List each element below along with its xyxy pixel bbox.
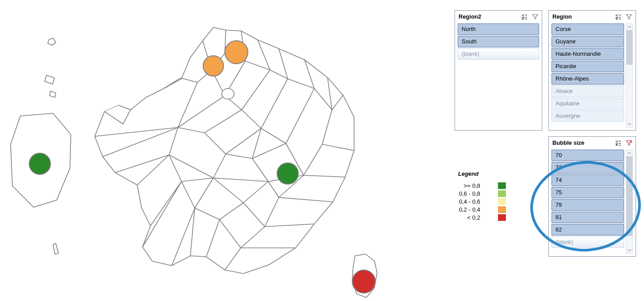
slicer-header: Region2 bbox=[455, 11, 542, 23]
legend-op: 0,4 - bbox=[458, 198, 472, 205]
slicer-title: Region bbox=[552, 13, 613, 20]
multiselect-icon bbox=[615, 14, 621, 20]
scroll-down-button[interactable] bbox=[626, 121, 632, 127]
bubble-rh-ne-alpes[interactable] bbox=[277, 162, 299, 185]
slicer-region[interactable]: Region CorseGuyaneHaute-NormandiePicardi… bbox=[548, 10, 636, 131]
bubble-corse[interactable] bbox=[352, 270, 376, 293]
chevron-up-icon bbox=[628, 25, 631, 29]
slicer-item[interactable]: South bbox=[458, 36, 539, 47]
legend-range: 0,4 bbox=[472, 206, 498, 213]
chevron-up-icon bbox=[628, 151, 631, 155]
bubble-picardie[interactable] bbox=[224, 40, 248, 64]
slicer-item[interactable]: 74 bbox=[551, 174, 624, 186]
legend-range: 0,8 bbox=[472, 182, 498, 189]
slicer-item[interactable]: 82 bbox=[551, 224, 624, 235]
legend-row: 0,4 -0,6 bbox=[458, 197, 529, 205]
worksheet-canvas: Legend >=0,80,6 -0,80,4 -0,60,2 -0,4<0,2… bbox=[0, 0, 644, 301]
scroll-up-button[interactable] bbox=[626, 24, 632, 30]
legend-op: < bbox=[458, 214, 472, 221]
multiselect-icon bbox=[615, 140, 621, 146]
legend-row: 0,2 -0,4 bbox=[458, 205, 529, 213]
legend-swatch bbox=[498, 190, 506, 197]
legend-range: 0,8 bbox=[472, 190, 498, 197]
bubble-haute-normandie[interactable] bbox=[203, 55, 224, 77]
slicer-item[interactable]: 70 bbox=[551, 150, 624, 161]
slicer-title: Region2 bbox=[459, 13, 519, 20]
france-map-outline bbox=[4, 0, 403, 301]
slicer-item[interactable]: Haute-Normandie bbox=[551, 48, 624, 60]
chevron-down-icon bbox=[628, 248, 631, 252]
scroll-track[interactable] bbox=[626, 30, 632, 121]
slicer-item[interactable]: (blank) bbox=[551, 236, 624, 248]
legend-row: 0,6 -0,8 bbox=[458, 189, 529, 197]
slicer-item[interactable]: Corse bbox=[551, 23, 624, 35]
slicer-item[interactable]: Alsace bbox=[551, 85, 624, 97]
legend-swatch bbox=[498, 214, 506, 221]
scrollbar[interactable] bbox=[626, 150, 633, 254]
slicer-header: Region bbox=[549, 11, 636, 23]
legend-op: >= bbox=[458, 182, 472, 189]
slicer-region2[interactable]: Region2 NorthSouth(blank) bbox=[455, 10, 542, 131]
slicer-item[interactable]: Rhône-Alpes bbox=[551, 73, 624, 85]
slicer-item[interactable]: North bbox=[458, 23, 539, 35]
legend-range: 0,6 bbox=[472, 198, 498, 205]
multiselect-button[interactable] bbox=[613, 138, 623, 148]
slicer-title: Bubble size bbox=[552, 139, 613, 146]
scroll-thumb[interactable] bbox=[626, 156, 632, 236]
scroll-down-button[interactable] bbox=[626, 247, 632, 253]
scroll-up-button[interactable] bbox=[626, 150, 632, 156]
legend-row: >=0,8 bbox=[458, 181, 529, 189]
funnel-icon bbox=[626, 14, 632, 20]
legend-swatch bbox=[498, 182, 506, 189]
slicer-item[interactable]: 79 bbox=[551, 199, 624, 211]
clear-filter-button[interactable] bbox=[624, 12, 634, 22]
legend: Legend >=0,80,6 -0,80,4 -0,60,2 -0,4<0,2 bbox=[458, 170, 529, 221]
slicer-item[interactable]: 75 bbox=[551, 187, 624, 198]
funnel-clear-icon bbox=[626, 140, 632, 146]
slicer-item[interactable]: Guyane bbox=[551, 36, 624, 47]
funnel-icon bbox=[532, 14, 538, 20]
slicer-item[interactable]: 73 bbox=[551, 162, 624, 174]
clear-filter-button[interactable] bbox=[624, 138, 634, 148]
legend-op: 0,6 - bbox=[458, 190, 472, 197]
legend-title: Legend bbox=[458, 170, 529, 177]
slicer-bubble-size[interactable]: Bubble size 70737475798182(blank) bbox=[548, 136, 636, 257]
slicer-item[interactable]: Aquitaine bbox=[551, 98, 624, 109]
slicer-item[interactable]: Picardie bbox=[551, 61, 624, 72]
legend-row: <0,2 bbox=[458, 213, 529, 221]
slicer-item[interactable]: (blank) bbox=[458, 48, 539, 60]
legend-range: 0,2 bbox=[472, 214, 498, 221]
legend-op: 0,2 - bbox=[458, 206, 472, 213]
slicer-item[interactable]: 81 bbox=[551, 212, 624, 223]
legend-swatch bbox=[498, 198, 506, 205]
chevron-down-icon bbox=[628, 122, 631, 126]
scroll-track[interactable] bbox=[626, 156, 632, 247]
multiselect-button[interactable] bbox=[613, 12, 623, 22]
scroll-thumb[interactable] bbox=[626, 30, 632, 65]
slicer-item[interactable]: Auvergne bbox=[551, 110, 624, 122]
multiselect-icon bbox=[521, 14, 528, 20]
slicer-header: Bubble size bbox=[549, 137, 636, 149]
clear-filter-button[interactable] bbox=[530, 12, 540, 22]
bubble-guyane[interactable] bbox=[29, 153, 51, 175]
map-chart bbox=[4, 0, 403, 301]
multiselect-button[interactable] bbox=[520, 12, 529, 22]
legend-swatch bbox=[498, 206, 506, 213]
scrollbar[interactable] bbox=[626, 23, 633, 127]
